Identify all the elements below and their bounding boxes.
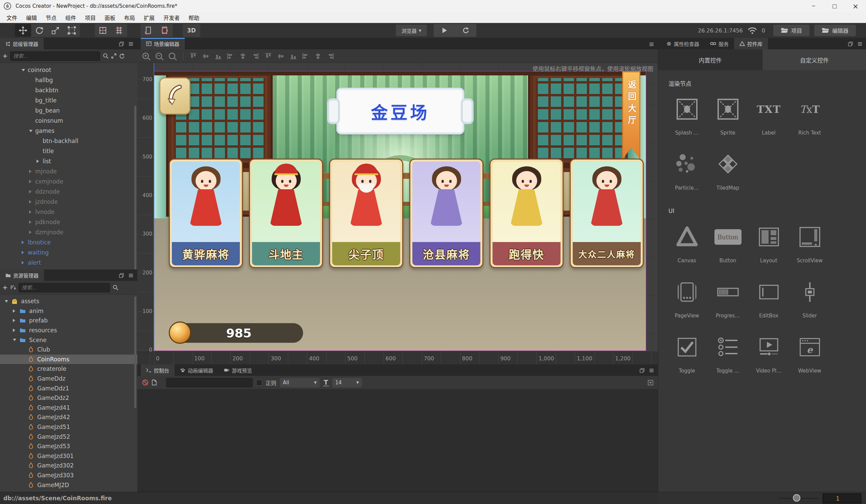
back-button[interactable]: [159, 77, 190, 115]
align-icon-2[interactable]: [214, 53, 222, 59]
expand-arrow-slot[interactable]: [29, 220, 35, 224]
control-item-VideoPl[interactable]: Video Pl…: [748, 327, 789, 382]
hierarchy-scrollbar[interactable]: [134, 105, 136, 274]
asset-item-Scene[interactable]: Scene: [0, 335, 137, 345]
tree-node-backbtn[interactable]: backbtn: [0, 85, 137, 95]
expand-arrow-slot[interactable]: [22, 69, 28, 71]
expand-arrow-icon[interactable]: [22, 241, 24, 244]
expand-arrow-icon[interactable]: [29, 230, 32, 234]
hierarchy-search-input[interactable]: [10, 51, 100, 61]
sort-icon[interactable]: [10, 285, 16, 290]
expand-arrow-slot[interactable]: [29, 200, 35, 204]
align-icon-3[interactable]: [227, 53, 234, 59]
search-icon[interactable]: [103, 53, 109, 59]
tree-node-ddznode[interactable]: ddznode: [0, 186, 137, 197]
icon-size-slider-knob[interactable]: [793, 494, 800, 502]
search-icon[interactable]: [113, 285, 119, 290]
font-size-dropdown[interactable]: 14 ▼: [332, 378, 362, 387]
return-lobby-ribbon[interactable]: 返回大厅: [622, 71, 640, 160]
align-icon-0[interactable]: [189, 53, 197, 59]
tree-node-pdknode[interactable]: pdknode: [0, 217, 137, 227]
window-maximize-button[interactable]: □: [824, 0, 845, 12]
refresh-preview-button[interactable]: [455, 24, 476, 37]
expand-arrow-icon[interactable]: [29, 180, 32, 183]
asset-item-GameJzd301[interactable]: GameJzd301: [0, 451, 137, 461]
game-card[interactable]: 跑得快: [489, 159, 564, 268]
log-level-dropdown[interactable]: All ▼: [280, 378, 320, 387]
tab-hierarchy[interactable]: 层级管理器: [0, 38, 44, 49]
expand-arrow-slot[interactable]: [29, 180, 35, 183]
expand-arrow-slot[interactable]: [13, 319, 19, 322]
asset-item-GameJzd41[interactable]: GameJzd41: [0, 403, 137, 413]
tree-node-dzmjnode[interactable]: dzmjnode: [0, 227, 137, 237]
asset-item-assets[interactable]: assets: [0, 296, 137, 306]
play-button[interactable]: [434, 24, 455, 37]
console-filter-input[interactable]: [166, 378, 253, 387]
menu-item-3[interactable]: 组件: [61, 12, 80, 23]
expand-arrow-icon[interactable]: [13, 319, 15, 322]
tree-node-mjnode[interactable]: mjnode: [0, 166, 137, 176]
3d-mode-button[interactable]: 3D: [183, 24, 200, 37]
expand-arrow-icon[interactable]: [29, 200, 32, 204]
menu-item-9[interactable]: 帮助: [184, 12, 204, 23]
expand-arrow-slot[interactable]: [13, 309, 19, 313]
tree-node-alert[interactable]: alert: [0, 257, 137, 268]
control-item-Particle[interactable]: Particle…: [666, 144, 707, 199]
tree-node-title[interactable]: title: [0, 146, 137, 156]
control-item-Toggle[interactable]: Toggle …: [707, 327, 748, 382]
align-icon-9[interactable]: [302, 53, 309, 59]
asset-item-GameJzd303[interactable]: GameJzd303: [0, 471, 137, 480]
zoom-out-icon[interactable]: −: [156, 53, 162, 59]
tree-node-bg_bean[interactable]: bg_bean: [0, 105, 137, 116]
panel-menu-icon[interactable]: [129, 273, 133, 278]
menu-item-0[interactable]: 文件: [2, 12, 22, 23]
window-minimize-button[interactable]: ─: [803, 0, 824, 12]
rect-tool-button[interactable]: [64, 24, 80, 37]
tab-inspector[interactable]: 属性检查器: [661, 38, 704, 49]
align-icon-6[interactable]: [265, 53, 271, 59]
control-item-EditBox[interactable]: EditBox: [748, 272, 789, 327]
control-item-Canvas[interactable]: Canvas: [666, 216, 707, 272]
popout-icon[interactable]: [119, 273, 124, 278]
control-item-Button[interactable]: ButtonButton: [707, 216, 748, 272]
page-indicator-box[interactable]: 1: [823, 493, 861, 503]
popout-icon[interactable]: [640, 368, 644, 373]
control-item-Progres[interactable]: Progres…: [707, 272, 748, 327]
open-editor-button[interactable]: 编辑器: [814, 25, 856, 36]
panel-menu-icon[interactable]: [857, 42, 862, 46]
expand-arrow-icon[interactable]: [5, 300, 8, 302]
menu-item-1[interactable]: 编辑: [22, 12, 41, 23]
control-item-Slider[interactable]: Slider: [789, 272, 830, 327]
clear-console-icon[interactable]: [142, 379, 148, 386]
preview-target-dropdown[interactable]: 浏览器 ▼: [396, 25, 427, 36]
popout-icon[interactable]: [119, 42, 124, 46]
pivot-position-button[interactable]: [95, 24, 111, 37]
assets-search-input[interactable]: [19, 283, 110, 293]
tree-node-lbnotice[interactable]: lbnotice: [0, 237, 137, 248]
expand-arrow-icon[interactable]: [29, 210, 32, 214]
panel-menu-icon[interactable]: [649, 42, 654, 46]
tree-node-cxmjnode[interactable]: cxmjnode: [0, 176, 137, 186]
expand-arrow-slot[interactable]: [22, 251, 28, 254]
tab-control-library[interactable]: 控件库: [734, 38, 768, 49]
control-item-Toggle[interactable]: Toggle: [666, 327, 707, 382]
tree-node-bg_title[interactable]: bg_title: [0, 95, 137, 105]
align-icon-4[interactable]: [240, 53, 247, 59]
log-file-icon[interactable]: [152, 380, 157, 385]
menu-item-6[interactable]: 布局: [120, 12, 140, 23]
expand-arrow-icon[interactable]: [13, 309, 15, 313]
add-node-button[interactable]: [3, 54, 8, 58]
expand-arrow-slot[interactable]: [22, 241, 28, 244]
anchor-mode-button[interactable]: [111, 24, 127, 37]
expand-arrow-slot[interactable]: [22, 261, 28, 264]
control-item-ScrollView[interactable]: ScrollView: [789, 216, 830, 272]
tree-node-list[interactable]: list: [0, 156, 137, 166]
expand-arrow-icon[interactable]: [22, 69, 25, 71]
game-card[interactable]: 尖子顶: [329, 159, 403, 268]
game-canvas[interactable]: 金豆场 返回大厅 黄骅麻将斗地主尖子顶沧县麻将跑得快大众二人麻将 985: [154, 71, 646, 351]
game-card[interactable]: 大众二人麻将: [570, 159, 644, 268]
scale-tool-button[interactable]: [47, 24, 64, 37]
game-card[interactable]: 斗地主: [249, 159, 323, 268]
asset-item-GameJzd52[interactable]: GameJzd52: [0, 432, 137, 442]
subtab-0[interactable]: 内置控件: [658, 49, 762, 70]
